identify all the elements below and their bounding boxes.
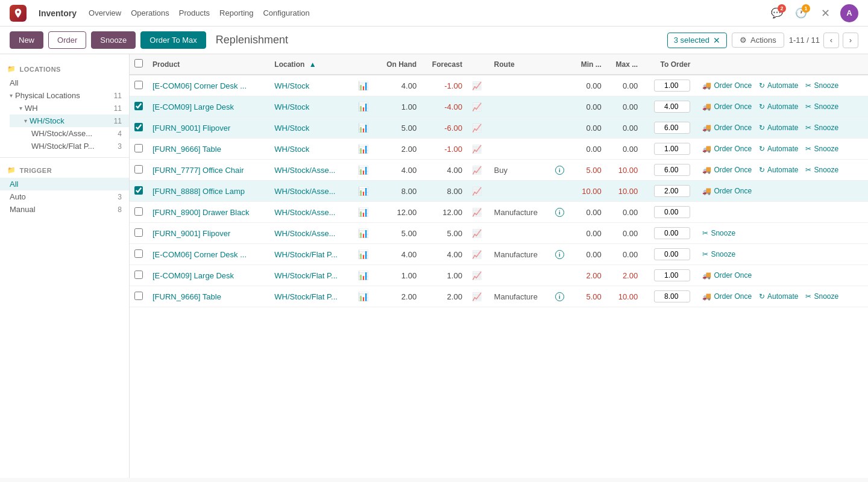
chart-bar-icon[interactable]: 📊 (358, 81, 368, 90)
row-checkbox[interactable] (134, 249, 143, 258)
chart-icon-cell[interactable]: 📊 (353, 160, 376, 181)
to-order-cell[interactable] (643, 265, 695, 286)
order-once-button[interactable]: 🚚 Order Once (700, 80, 754, 91)
sidebar-item-all-locations[interactable]: All (0, 77, 129, 89)
brand-name[interactable]: Inventory (39, 8, 77, 18)
row-checkbox[interactable] (134, 186, 143, 195)
menu-reporting[interactable]: Reporting (219, 6, 253, 20)
order-once-button[interactable]: 🚚 Order Once (700, 270, 754, 281)
info-icon-cell[interactable]: i (550, 286, 572, 307)
forecast-chart-icon[interactable]: 📈 (472, 102, 482, 111)
row-checkbox-cell[interactable] (130, 265, 148, 286)
info-icon[interactable]: i (555, 250, 564, 259)
snooze-button[interactable]: ✂ Snooze (700, 228, 738, 239)
info-icon-cell[interactable] (550, 223, 572, 244)
forecast-chart-cell[interactable]: 📈 (467, 96, 489, 117)
to-order-input[interactable] (654, 164, 690, 176)
to-order-input[interactable] (654, 122, 690, 134)
order-once-button[interactable]: 🚚 Order Once (700, 122, 754, 133)
chart-icon-cell[interactable]: 📊 (353, 96, 376, 117)
to-order-input[interactable] (654, 248, 690, 260)
to-order-input[interactable] (654, 185, 690, 197)
sidebar-item-wh-stock-asse[interactable]: WH/Stock/Asse... 4 (10, 127, 129, 140)
location-link[interactable]: WH/Stock (274, 124, 309, 133)
chart-icon-cell[interactable]: 📊 (353, 181, 376, 202)
location-link[interactable]: WH/Stock (274, 102, 309, 111)
row-checkbox-cell[interactable] (130, 96, 148, 117)
location-link[interactable]: WH/Stock/Flat P... (274, 250, 338, 259)
forecast-chart-cell[interactable]: 📈 (467, 181, 489, 202)
next-page-button[interactable]: › (843, 33, 858, 48)
chart-icon-cell[interactable]: 📊 (353, 286, 376, 307)
location-link[interactable]: WH/Stock/Asse... (274, 229, 335, 238)
snooze-button[interactable]: ✂ Snooze (803, 101, 841, 112)
chart-icon-cell[interactable]: 📊 (353, 265, 376, 286)
row-checkbox[interactable] (134, 271, 143, 279)
location-header[interactable]: Location ▲ (269, 54, 353, 75)
order-once-button[interactable]: 🚚 Order Once (700, 101, 754, 112)
new-button[interactable]: New (10, 31, 43, 49)
chat-button[interactable]: 💬 2 (768, 4, 786, 22)
automate-button[interactable]: ↻ Automate (756, 101, 800, 112)
to-order-cell[interactable] (643, 75, 695, 96)
to-order-cell[interactable] (643, 181, 695, 202)
forecast-header[interactable]: Forecast (421, 54, 467, 75)
snooze-button[interactable]: ✂ Snooze (803, 80, 841, 91)
forecast-chart-cell[interactable]: 📈 (467, 75, 489, 96)
prev-page-button[interactable]: ‹ (823, 33, 839, 48)
forecast-chart-icon[interactable]: 📈 (472, 250, 482, 259)
clock-button[interactable]: 🕐 1 (792, 4, 810, 22)
product-link[interactable]: [E-COM09] Large Desk (153, 271, 234, 280)
chart-bar-icon[interactable]: 📊 (358, 102, 368, 111)
product-link[interactable]: [E-COM09] Large Desk (153, 102, 234, 111)
row-checkbox-cell[interactable] (130, 181, 148, 202)
forecast-chart-cell[interactable]: 📈 (467, 244, 489, 265)
automate-button[interactable]: ↻ Automate (756, 80, 800, 91)
forecast-chart-icon[interactable]: 📈 (472, 145, 482, 154)
forecast-chart-icon[interactable]: 📈 (472, 124, 482, 133)
chart-bar-icon[interactable]: 📊 (358, 228, 368, 238)
row-checkbox[interactable] (134, 123, 143, 131)
chart-bar-icon[interactable]: 📊 (358, 123, 368, 133)
route-header[interactable]: Route (489, 54, 550, 75)
chart-bar-icon[interactable]: 📊 (358, 207, 368, 217)
to-order-cell[interactable] (643, 286, 695, 307)
chart-icon-cell[interactable]: 📊 (353, 202, 376, 223)
row-checkbox[interactable] (134, 165, 143, 174)
chart-icon-cell[interactable]: 📊 (353, 244, 376, 265)
snooze-button[interactable]: ✂ Snooze (803, 122, 841, 133)
row-checkbox[interactable] (134, 144, 143, 152)
row-checkbox-cell[interactable] (130, 202, 148, 223)
to-order-cell[interactable] (643, 117, 695, 139)
product-header[interactable]: Product (148, 54, 269, 75)
onhand-header[interactable]: On Hand (376, 54, 421, 75)
product-link[interactable]: [E-COM06] Corner Desk ... (153, 250, 247, 259)
to-order-input[interactable] (654, 101, 690, 113)
forecast-chart-cell[interactable]: 📈 (467, 117, 489, 139)
row-checkbox-cell[interactable] (130, 139, 148, 160)
location-link[interactable]: WH/Stock/Asse... (274, 208, 335, 217)
row-checkbox-cell[interactable] (130, 223, 148, 244)
menu-operations[interactable]: Operations (131, 6, 169, 20)
app-logo[interactable] (10, 5, 27, 22)
info-icon-cell[interactable] (550, 181, 572, 202)
info-icon-cell[interactable]: i (550, 160, 572, 181)
location-link[interactable]: WH/Stock (274, 81, 309, 90)
info-icon-cell[interactable]: i (550, 244, 572, 265)
product-link[interactable]: [FURN_8900] Drawer Black (153, 208, 249, 217)
order-once-button[interactable]: 🚚 Order Once (700, 143, 754, 154)
order-once-button[interactable]: 🚚 Order Once (700, 186, 754, 196)
select-all-checkbox[interactable] (134, 59, 143, 67)
menu-configuration[interactable]: Configuration (263, 6, 309, 20)
row-checkbox[interactable] (134, 228, 143, 237)
location-link[interactable]: WH/Stock/Asse... (274, 187, 335, 196)
clear-selection-button[interactable]: ✕ (713, 36, 720, 45)
order-once-button[interactable]: 🚚 Order Once (700, 291, 754, 302)
info-icon[interactable]: i (555, 208, 564, 217)
to-order-cell[interactable] (643, 202, 695, 223)
sidebar-item-all-trigger[interactable]: All (0, 178, 129, 190)
location-link[interactable]: WH/Stock/Flat P... (274, 271, 338, 280)
snooze-button[interactable]: ✂ Snooze (700, 249, 738, 260)
to-order-cell[interactable] (643, 139, 695, 160)
to-order-input[interactable] (654, 206, 690, 218)
